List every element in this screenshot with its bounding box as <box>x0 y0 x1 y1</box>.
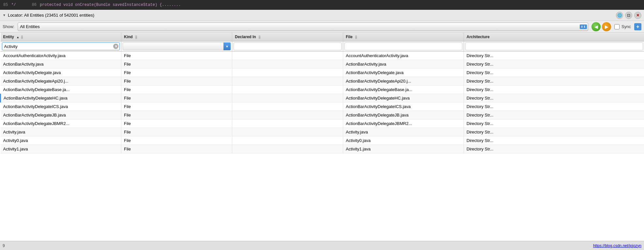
locator-arrow: ▼ <box>3 13 6 17</box>
col-resize-indicator-kind: ⣿ <box>135 36 137 39</box>
cell-entity: ActionBarActivityDelegate.java <box>1 69 121 77</box>
window-btn-globe[interactable]: 🌐 <box>616 12 623 19</box>
table-row[interactable]: ActionBarActivityDelegateApi20.j...FileA… <box>1 77 644 86</box>
cell-entity: Activity1.java <box>1 145 121 153</box>
code-comment: */ <box>11 3 16 7</box>
cell-kind: File <box>121 128 232 136</box>
cell-entity: AccountAuthenticatorActivity.java <box>1 52 121 60</box>
cell-entity: ActionBarActivity.java <box>1 60 121 69</box>
cell-file: ActionBarActivityDelegateApi20.j... <box>343 77 464 86</box>
table-header-row: Entity ▲ ⣿ Kind ⣿ Declared In ⣿ File ⣿ <box>1 33 644 41</box>
col-label-file: File <box>346 35 353 39</box>
cell-file: Activity1.java <box>343 145 464 153</box>
cell-arch: Directory Str... <box>464 102 644 111</box>
col-header-kind[interactable]: Kind ⣿ <box>121 33 232 41</box>
nav-buttons: ◀ ▶ <box>591 22 611 31</box>
declared-filter-input[interactable] <box>234 42 342 50</box>
file-filter-input[interactable] <box>345 42 462 50</box>
cell-arch: Directory Str... <box>464 77 644 86</box>
cell-file: Activity.java <box>343 128 464 136</box>
cell-file: AccountAuthenticatorActivity.java <box>343 52 464 60</box>
table-row[interactable]: ActionBarActivityDelegateBase.ja...FileA… <box>1 86 644 94</box>
table-row[interactable]: Activity0.javaFileActivity0.javaDirector… <box>1 136 644 145</box>
cell-kind: File <box>121 94 232 102</box>
cell-file: ActionBarActivityDelegateHC.java <box>343 94 464 102</box>
kind-filter-wrapper: ▼ <box>123 42 231 50</box>
cell-kind: File <box>121 102 232 111</box>
entity-filter-clear[interactable]: ✕ <box>113 44 118 49</box>
cell-file: ActionBarActivityDelegateJBMR2... <box>343 119 464 128</box>
nav-forward-button[interactable]: ▶ <box>602 22 611 31</box>
cell-declared <box>232 111 343 119</box>
add-button[interactable]: + <box>634 23 641 30</box>
cell-kind: File <box>121 86 232 94</box>
cell-kind: File <box>121 60 232 69</box>
cell-entity: ActionBarActivityDelegateHC.java <box>1 94 121 102</box>
sort-arrow-entity: ▲ <box>16 36 19 39</box>
entity-filter-input[interactable] <box>2 42 120 50</box>
show-select[interactable]: All Entities <box>18 23 588 31</box>
cell-file: ActionBarActivityDelegateBase.ja... <box>343 86 464 94</box>
col-header-arch[interactable]: Architecture <box>464 33 644 41</box>
sync-checkbox[interactable] <box>614 24 620 29</box>
table-row[interactable]: ActionBarActivity.javaFileActionBarActiv… <box>1 60 644 69</box>
cell-arch: Directory Str... <box>464 52 644 60</box>
cell-arch: Directory Str... <box>464 60 644 69</box>
cell-file: ActionBarActivityDelegateJB.java <box>343 111 464 119</box>
window-btn-close[interactable]: ✕ <box>634 12 641 19</box>
status-link[interactable]: https://blog.csdn.net/jojozyn <box>593 243 641 248</box>
arch-filter-input[interactable] <box>465 42 643 50</box>
cell-kind: File <box>121 77 232 86</box>
cell-arch: Directory Str... <box>464 111 644 119</box>
cell-file: ActionBarActivityDelegateICS.java <box>343 102 464 111</box>
kind-filter-select[interactable] <box>123 42 231 50</box>
col-header-file[interactable]: File ⣿ <box>343 33 464 41</box>
table-container: Entity ▲ ⣿ Kind ⣿ Declared In ⣿ File ⣿ <box>0 33 644 241</box>
show-bar: Show: All Entities ⬆⬇ ◀ ▶ Sync + <box>0 21 644 33</box>
window-btn-tile[interactable]: ⊡ <box>625 12 632 19</box>
cell-declared <box>232 145 343 153</box>
kind-dropdown-arrow[interactable]: ▼ <box>223 42 231 50</box>
col-header-entity[interactable]: Entity ▲ ⣿ <box>1 33 121 41</box>
line-number-85: 85 <box>3 3 8 7</box>
cell-entity: Activity.java <box>1 128 121 136</box>
cell-entity: ActionBarActivityDelegateApi20.j... <box>1 77 121 86</box>
cell-file: ActionBarActivityDelegate.java <box>343 69 464 77</box>
cell-declared <box>232 69 343 77</box>
cell-kind: File <box>121 52 232 60</box>
table-row[interactable]: ActionBarActivityDelegate.javaFileAction… <box>1 69 644 77</box>
cell-kind: File <box>121 111 232 119</box>
cell-entity: ActionBarActivityDelegateBase.ja... <box>1 86 121 94</box>
sync-label: Sync <box>621 24 631 29</box>
table-row[interactable]: AccountAuthenticatorActivity.javaFileAcc… <box>1 52 644 60</box>
filter-cell-kind: ▼ <box>121 41 232 52</box>
table-row[interactable]: ActionBarActivityDelegateJB.javaFileActi… <box>1 111 644 119</box>
locator-text: Locator: All Entities (23451 of 542001 e… <box>8 13 94 18</box>
cell-arch: Directory Str... <box>464 128 644 136</box>
table-row[interactable]: Activity.javaFileActivity.javaDirectory … <box>1 128 644 136</box>
cell-arch: Directory Str... <box>464 94 644 102</box>
cell-arch: Directory Str... <box>464 86 644 94</box>
cell-arch: Directory Str... <box>464 145 644 153</box>
col-header-declared[interactable]: Declared In ⣿ <box>232 33 343 41</box>
cell-kind: File <box>121 136 232 145</box>
table-row[interactable]: ActionBarActivityDelegateJBMR2...FileAct… <box>1 119 644 128</box>
table-row[interactable]: ActionBarActivityDelegateHC.javaFileActi… <box>1 94 644 102</box>
col-resize-indicator-file: ⣿ <box>355 36 357 39</box>
table-row[interactable]: Activity1.javaFileActivity1.javaDirector… <box>1 145 644 153</box>
code-bar: 85 */ 86 protected void onCreate(Bundle … <box>0 0 644 10</box>
nav-back-button[interactable]: ◀ <box>591 22 601 31</box>
window-controls: 🌐 ⊡ ✕ <box>616 12 641 19</box>
show-select-wrapper[interactable]: All Entities ⬆⬇ <box>18 23 588 31</box>
status-bar: 9 https://blog.csdn.net/jojozyn <box>0 241 644 250</box>
cell-declared <box>232 128 343 136</box>
locator-bar: ▼ Locator: All Entities (23451 of 542001… <box>0 10 644 21</box>
col-resize-indicator: ⣿ <box>21 36 23 39</box>
cell-arch: Directory Str... <box>464 69 644 77</box>
table-row[interactable]: ActionBarActivityDelegateICS.javaFileAct… <box>1 102 644 111</box>
filter-cell-arch <box>464 41 644 52</box>
entities-table: Entity ▲ ⣿ Kind ⣿ Declared In ⣿ File ⣿ <box>0 33 644 153</box>
cell-entity: ActionBarActivityDelegateICS.java <box>1 102 121 111</box>
cell-arch: Directory Str... <box>464 119 644 128</box>
col-label-entity: Entity <box>3 35 14 39</box>
